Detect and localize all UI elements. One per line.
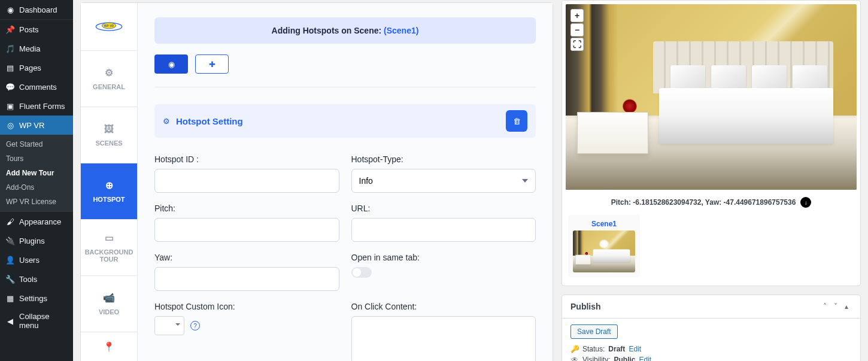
- sidebar-item-appearance[interactable]: 🖌Appearance: [0, 212, 73, 231]
- status-edit-link[interactable]: Edit: [629, 345, 641, 353]
- visibility-line: 👁 Visibility: Public Edit: [570, 356, 852, 361]
- label: Pitch:: [154, 204, 339, 213]
- visibility-edit-link[interactable]: Edit: [639, 356, 651, 361]
- tab-general[interactable]: ⚙ GENERAL: [81, 51, 137, 107]
- visibility-value: Public: [614, 356, 635, 361]
- status-label: Status:: [582, 345, 605, 353]
- hotspot-id-input[interactable]: [154, 169, 339, 193]
- video-icon: 📹: [103, 292, 115, 304]
- dot-icon: ◉: [168, 60, 175, 69]
- yaw-input[interactable]: [154, 267, 339, 291]
- status-line: 🔑 Status: Draft Edit: [570, 345, 852, 353]
- scene-banner: Adding Hotspots on Scene: (Scene1): [154, 17, 536, 44]
- url-input[interactable]: [351, 218, 536, 242]
- download-icon[interactable]: ↓: [800, 197, 811, 208]
- pin-icon: 📌: [5, 24, 16, 35]
- label: Hotspot Custom Icon:: [154, 302, 339, 311]
- sidebar-item-settings[interactable]: ▦Settings: [0, 289, 73, 308]
- tab-scenes[interactable]: 🖼 SCENES: [81, 107, 137, 163]
- pages-icon: ▤: [5, 62, 16, 73]
- field-yaw: Yaw:: [154, 253, 339, 291]
- sub-add-new-tour[interactable]: Add New Tour: [0, 166, 73, 180]
- sub-get-started[interactable]: Get Started: [0, 137, 73, 151]
- save-draft-button[interactable]: Save Draft: [570, 324, 618, 339]
- sidebar-item-dashboard[interactable]: ◉Dashboard: [0, 0, 73, 19]
- label: Users: [19, 256, 40, 265]
- on-click-textarea[interactable]: [351, 316, 536, 361]
- tab-background-tour[interactable]: ▭ BACKGROUND TOUR: [81, 220, 137, 276]
- scene-link[interactable]: (Scene1): [384, 26, 418, 35]
- pitch-label: Pitch:: [611, 198, 633, 207]
- hotspot-setting-header: ⚙ Hotspot Setting 🗑: [154, 104, 536, 138]
- add-hotspot-button[interactable]: ✚: [195, 54, 229, 74]
- tab-label: GENERAL: [93, 83, 125, 90]
- icon-picker-dropdown[interactable]: [154, 316, 184, 335]
- toggle-panel-icon[interactable]: ▴: [841, 301, 852, 312]
- sub-tours[interactable]: Tours: [0, 151, 73, 166]
- users-icon: 👤: [5, 254, 16, 265]
- tab-more[interactable]: 📍: [81, 332, 137, 361]
- tab-label: SCENES: [95, 139, 122, 147]
- label: On Click Content:: [351, 302, 536, 311]
- image-icon: 🖼: [104, 124, 114, 135]
- pitch-yaw-readout: Pitch: -6.181528623094732, Yaw: -47.4496…: [566, 190, 857, 213]
- sidebar-item-plugins[interactable]: 🔌Plugins: [0, 231, 73, 250]
- delete-hotspot-button[interactable]: 🗑: [506, 110, 527, 132]
- plus-icon: ✚: [209, 60, 216, 69]
- scene-thumbnail-card[interactable]: Scene1: [568, 215, 640, 277]
- collapse-down-icon[interactable]: ˅: [830, 301, 841, 312]
- divider: [154, 87, 536, 87]
- label: Settings: [19, 294, 47, 303]
- tour-editor: WP VR ⚙ GENERAL 🖼 SCENES ⊕ HOTSPOT ▭: [80, 2, 553, 361]
- brush-icon: 🖌: [5, 216, 16, 227]
- hotspot-type-select[interactable]: Info: [351, 169, 536, 193]
- sidebar-item-media[interactable]: 🎵Media: [0, 39, 73, 58]
- bg-icon: ▭: [105, 232, 114, 244]
- panorama-preview[interactable]: [566, 4, 857, 190]
- location-icon: 📍: [103, 341, 115, 353]
- collapse-up-icon[interactable]: ˄: [820, 301, 830, 312]
- sub-addons[interactable]: Add-Ons: [0, 180, 73, 195]
- media-icon: 🎵: [5, 43, 16, 54]
- sidebar-item-users[interactable]: 👤Users: [0, 250, 73, 269]
- label: Tools: [19, 275, 37, 284]
- label: Appearance: [19, 217, 61, 226]
- plug-icon: 🔌: [5, 235, 16, 246]
- current-hotspot-button[interactable]: ◉: [154, 54, 188, 74]
- tab-label: BACKGROUND TOUR: [81, 248, 137, 263]
- visibility-label: Visibility:: [582, 356, 610, 361]
- pitch-input[interactable]: [154, 218, 339, 242]
- field-hotspot-type: Hotspot-Type: Info: [351, 154, 536, 193]
- sidebar-item-posts[interactable]: 📌Posts: [0, 20, 73, 39]
- tab-video[interactable]: 📹 VIDEO: [81, 276, 137, 332]
- tab-label: HOTSPOT: [93, 196, 125, 203]
- sub-license[interactable]: WP VR License: [0, 195, 73, 209]
- publish-body: Save Draft 🔑 Status: Draft Edit 👁 Visibi…: [562, 318, 860, 361]
- map-controls: + − ⛶: [570, 9, 584, 51]
- editor-body: Adding Hotspots on Scene: (Scene1) ◉ ✚ ⚙…: [138, 3, 553, 361]
- gear-icon: ⚙: [105, 67, 113, 78]
- label: Yaw:: [154, 253, 339, 262]
- sidebar-item-collapse[interactable]: ◀Collapse menu: [0, 308, 73, 334]
- label: Hotspot-Type:: [351, 154, 536, 164]
- forms-icon: ▣: [5, 101, 16, 111]
- zoom-in-button[interactable]: +: [570, 9, 584, 22]
- sidebar-item-wpvr[interactable]: ◎WP VR: [0, 116, 73, 135]
- yaw-value: -47.449671896757536: [724, 198, 796, 207]
- wpvr-icon: ◎: [5, 120, 16, 131]
- tab-hotspot[interactable]: ⊕ HOTSPOT: [81, 163, 137, 220]
- sidebar-item-tools[interactable]: 🔧Tools: [0, 269, 73, 289]
- target-icon: ⊕: [105, 180, 113, 191]
- tools-icon: 🔧: [5, 274, 16, 284]
- svg-text:WP VR: WP VR: [104, 24, 114, 28]
- same-tab-toggle[interactable]: [351, 267, 372, 278]
- wpvr-logo-icon: WP VR: [94, 19, 124, 34]
- banner-text: Adding Hotspots on Scene:: [272, 26, 384, 35]
- fullscreen-button[interactable]: ⛶: [570, 38, 584, 51]
- sidebar-item-fluentforms[interactable]: ▣Fluent Forms: [0, 96, 73, 116]
- label: URL:: [351, 204, 536, 213]
- info-icon[interactable]: ?: [190, 321, 200, 330]
- zoom-out-button[interactable]: −: [570, 23, 584, 37]
- sidebar-item-comments[interactable]: 💬Comments: [0, 77, 73, 96]
- sidebar-item-pages[interactable]: ▤Pages: [0, 58, 73, 77]
